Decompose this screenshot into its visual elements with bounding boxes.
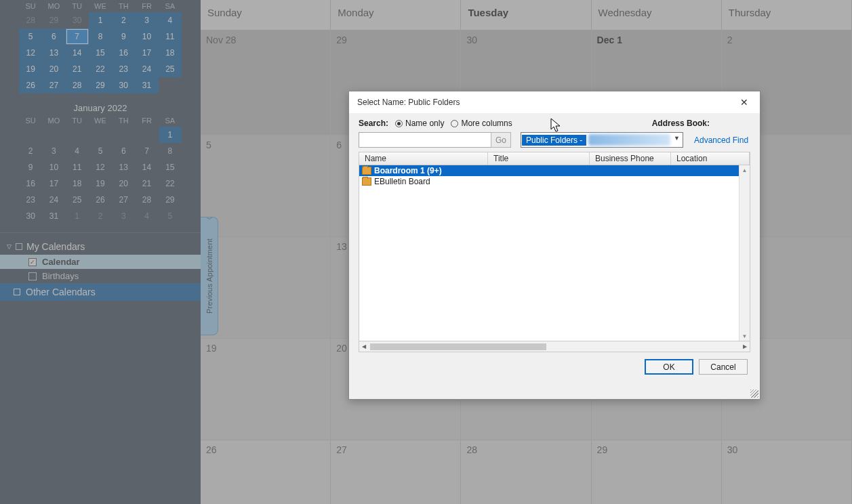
redacted-text	[588, 134, 670, 146]
col-location[interactable]: Location	[671, 152, 750, 165]
dialog-titlebar[interactable]: Select Name: Public Folders ✕	[349, 91, 760, 113]
col-title[interactable]: Title	[488, 152, 590, 165]
col-business-phone[interactable]: Business Phone	[590, 152, 671, 165]
scroll-left-icon[interactable]: ◀	[359, 343, 369, 350]
search-input[interactable]	[359, 132, 491, 148]
address-book-value: Public Folders -	[522, 135, 586, 146]
go-button[interactable]: Go	[491, 132, 511, 148]
search-label: Search:	[359, 119, 388, 128]
address-list-row[interactable]: Boardroom 1 (9+)	[359, 165, 739, 176]
advanced-find-link[interactable]: Advanced Find	[694, 135, 748, 145]
address-name: Boardroom 1 (9+)	[374, 166, 442, 175]
results-header[interactable]: Name Title Business Phone Location	[359, 152, 750, 165]
ok-button[interactable]: OK	[645, 359, 693, 375]
radio-icon	[395, 120, 403, 127]
dialog-body: Search: Name only More columns Address B…	[349, 113, 760, 399]
scroll-down-icon[interactable]: ▼	[739, 331, 750, 341]
address-book-select[interactable]: Public Folders - ▼	[521, 132, 683, 148]
results-list[interactable]: Boardroom 1 (9+)EBulletin Board ▲ ▼	[359, 165, 750, 341]
horizontal-scrollbar[interactable]: ◀ ▶	[359, 341, 750, 352]
address-book-label: Address Book:	[652, 119, 710, 128]
scroll-thumb[interactable]	[370, 343, 546, 350]
radio-icon	[451, 120, 458, 127]
address-name: EBulletin Board	[374, 177, 430, 186]
cancel-button[interactable]: Cancel	[699, 359, 748, 375]
close-button[interactable]: ✕	[734, 93, 754, 112]
address-list-row[interactable]: EBulletin Board	[359, 176, 739, 187]
folder-icon	[362, 167, 371, 175]
radio-name-only[interactable]: Name only	[395, 119, 444, 128]
chevron-down-icon: ▼	[674, 135, 680, 142]
col-name[interactable]: Name	[359, 152, 488, 165]
dialog-title: Select Name: Public Folders	[357, 98, 460, 107]
folder-icon	[362, 177, 371, 186]
scroll-right-icon[interactable]: ▶	[740, 343, 750, 350]
vertical-scrollbar[interactable]: ▲ ▼	[739, 165, 750, 341]
radio-more-columns[interactable]: More columns	[451, 119, 512, 128]
scroll-up-icon[interactable]: ▲	[739, 165, 750, 175]
resize-grip-icon[interactable]	[750, 390, 758, 398]
select-name-dialog: Select Name: Public Folders ✕ Search: Na…	[348, 91, 760, 400]
